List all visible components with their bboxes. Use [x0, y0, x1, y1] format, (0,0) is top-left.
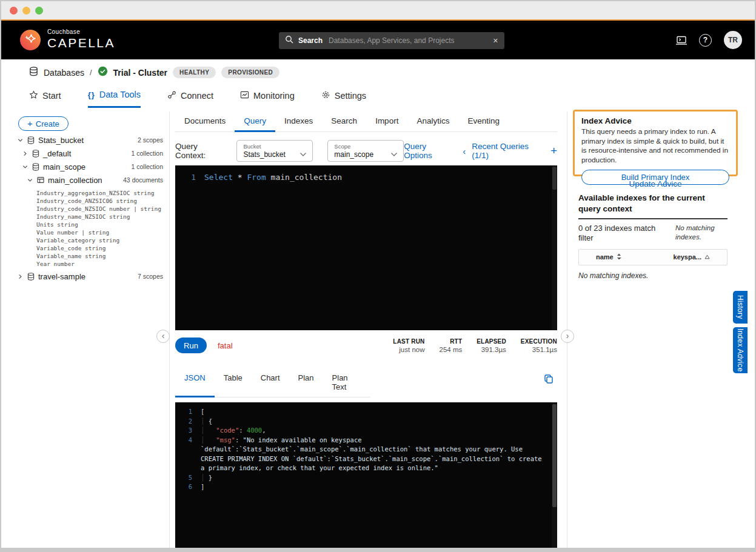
output-line: 5│ }	[175, 473, 557, 483]
column-label: name	[596, 253, 614, 261]
collapse-rightpanel-button[interactable]: ›	[561, 330, 574, 343]
provisioned-badge: PROVISIONED	[221, 67, 279, 78]
close-window-button[interactable]	[10, 7, 18, 15]
tab-import[interactable]: Import	[366, 113, 407, 131]
query-links: Query Options ‹ Recent Queries (1/1) +	[404, 142, 557, 160]
indexes-column-keyspa[interactable]: keyspa...	[674, 253, 710, 261]
nav-tab-start[interactable]: Start	[29, 90, 61, 108]
chevron-down-icon	[390, 148, 398, 159]
chevron-down-icon[interactable]	[27, 178, 33, 183]
code-text: │ {	[192, 417, 557, 427]
code-text: ]	[192, 482, 557, 492]
field-row: Industry_name_NZSIOC string	[36, 213, 169, 221]
global-search-input[interactable]: Search Databases, App Services, and Proj…	[279, 32, 504, 49]
tab-query[interactable]: Query	[235, 113, 275, 132]
recent-queries-link[interactable]: Recent Queries (1/1)	[472, 142, 544, 160]
tree-item-main_scope[interactable]: main_scope1 collection	[1, 160, 169, 173]
line-number: 3	[175, 426, 192, 436]
tree-item-count: 2 scopes	[138, 136, 163, 144]
new-query-plus-icon[interactable]: +	[550, 147, 557, 155]
tree-item-name: travel-sample	[38, 272, 85, 281]
tree-item-travel-sample[interactable]: travel-sample7 scopes	[1, 270, 169, 283]
run-button[interactable]: Run	[175, 338, 207, 353]
plus-icon: +	[27, 118, 33, 128]
chevron-down-icon[interactable]	[17, 138, 23, 143]
update-advice-link[interactable]: Update Advice	[573, 179, 738, 188]
result-tab-json[interactable]: JSON	[175, 369, 215, 397]
run-bar: Run fatal LAST RUNjust nowRTT254 msELAPS…	[175, 335, 557, 356]
tree-item-name: main_collection	[48, 176, 102, 185]
search-label: Search	[298, 36, 323, 45]
editor-scrollbar[interactable]	[552, 165, 557, 330]
star-icon	[29, 90, 38, 101]
line-number: 6	[175, 482, 192, 492]
chevron-right-icon[interactable]	[22, 151, 28, 156]
tab-eventing[interactable]: Eventing	[458, 113, 509, 131]
indexes-filter-status: 0 of 23 indexes match filter	[578, 224, 669, 244]
token: ,	[262, 427, 266, 434]
brand-company: Couchbase	[47, 28, 115, 35]
breadcrumb: Databases / Trial - Cluster HEALTHY PROV…	[29, 66, 279, 79]
stat-value: 351.1µs	[521, 346, 557, 353]
result-tab-plan-text[interactable]: Plan Text	[323, 369, 370, 397]
copy-results-icon[interactable]	[544, 374, 554, 386]
bucket-select[interactable]: Bucket Stats_bucket	[236, 140, 313, 162]
clear-search-icon[interactable]: ✕	[493, 37, 498, 45]
query-editor[interactable]: 1Select * From main_collection	[175, 165, 557, 330]
history-side-tab[interactable]: History	[733, 291, 748, 324]
create-button[interactable]: + Create	[18, 116, 69, 131]
token: :	[239, 427, 247, 434]
code-text: │ "msg": "No index available on keyspace…	[192, 436, 557, 473]
index-advice-side-tab[interactable]: Index Advice	[733, 327, 748, 373]
scope-icon	[32, 163, 39, 171]
breadcrumb-databases-link[interactable]: Databases	[44, 68, 84, 78]
result-tab-table[interactable]: Table	[215, 369, 252, 397]
line-number: 1	[175, 171, 196, 183]
tab-documents[interactable]: Documents	[175, 113, 235, 131]
output-scrollbar[interactable]	[552, 402, 557, 548]
nav-tab-settings[interactable]: Settings	[321, 90, 366, 108]
stat-last-run: LAST RUNjust now	[393, 338, 424, 353]
data-tools-main: DocumentsQueryIndexesSearchImportAnalyti…	[170, 111, 567, 548]
index-advice-panel: Index Advice This query needs a primary …	[567, 111, 755, 548]
result-tab-chart[interactable]: Chart	[252, 369, 289, 397]
query-options-link[interactable]: Query Options	[404, 142, 454, 160]
chevron-right-icon[interactable]	[17, 274, 23, 279]
tree-item-Stats_bucket[interactable]: Stats_bucket2 scopes	[1, 133, 169, 147]
chevron-down-icon[interactable]	[22, 164, 28, 170]
editor-line: 1Select * From main_collection	[175, 171, 557, 183]
titlebar	[1, 1, 755, 19]
code-text: [	[192, 407, 557, 417]
collapse-sidebar-button[interactable]: ‹	[156, 330, 170, 343]
avatar[interactable]: TR	[724, 31, 742, 49]
tab-search[interactable]: Search	[322, 113, 366, 131]
couchbase-logo-icon[interactable]	[19, 29, 41, 51]
data-tools-tabs: DocumentsQueryIndexesSearchImportAnalyti…	[175, 113, 557, 132]
query-context-label: Query Context:	[175, 142, 228, 160]
available-indexes-title: Available indexes for the current query …	[578, 193, 728, 214]
nav-tab-monitoring[interactable]: Monitoring	[240, 90, 295, 108]
tab-analytics[interactable]: Analytics	[407, 113, 458, 131]
tab-indexes[interactable]: Indexes	[275, 113, 322, 131]
recent-queries-prev-icon[interactable]: ‹	[463, 146, 466, 156]
indexes-column-name[interactable]: name	[596, 253, 621, 261]
stat-value: 254 ms	[440, 346, 463, 353]
result-tab-plan[interactable]: Plan	[289, 369, 323, 397]
zoom-window-button[interactable]	[35, 7, 43, 15]
cluster-name[interactable]: Trial - Cluster	[113, 68, 167, 78]
tree-item-main_collection[interactable]: main_collection43 documents	[1, 173, 169, 187]
tree-item-_default[interactable]: _default1 collection	[1, 147, 169, 160]
terminal-icon[interactable]	[675, 36, 687, 48]
nav-tab-data-tools[interactable]: {}Data Tools	[88, 90, 141, 108]
token: 4000	[247, 427, 262, 434]
collection-icon	[36, 176, 44, 184]
minimize-window-button[interactable]	[22, 7, 30, 15]
scope-select-label: Scope	[334, 143, 398, 150]
scope-select[interactable]: Scope main_scope	[327, 140, 404, 162]
output-line: 6]	[175, 482, 557, 492]
help-icon[interactable]: ?	[699, 34, 712, 47]
nav-tab-connect[interactable]: Connect	[167, 90, 213, 108]
field-row: Units string	[36, 221, 169, 228]
tree-item-name: Stats_bucket	[38, 136, 84, 145]
brand-product: CAPELLA	[47, 36, 115, 50]
